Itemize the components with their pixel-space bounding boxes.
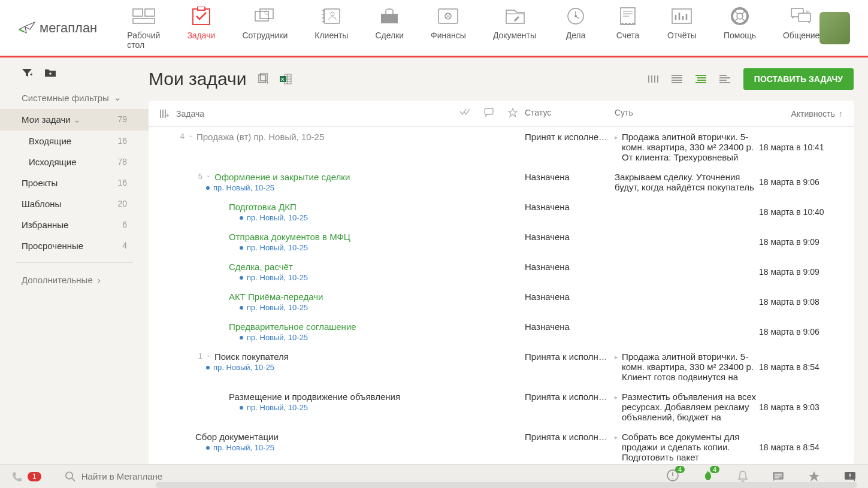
create-task-button[interactable]: ПОСТАВИТЬ ЗАДАЧУ — [743, 68, 854, 90]
alerts-button[interactable]: 4 — [667, 469, 679, 484]
bell-icon[interactable] — [737, 471, 748, 483]
col-essence-label[interactable]: Суть — [615, 108, 759, 119]
task-activity: 18 марта в 9:08 — [759, 292, 843, 312]
view-list-icon[interactable] — [672, 74, 682, 84]
sidebar-item-1[interactable]: Входящие16 — [0, 131, 149, 151]
task-essence — [615, 322, 759, 342]
nav-todo[interactable]: Дела — [563, 7, 588, 50]
filter-icon[interactable]: + — [22, 68, 32, 78]
view-group-icon[interactable] — [719, 74, 730, 84]
svg-rect-4 — [198, 7, 205, 10]
sidebar-item-3[interactable]: Проекты16 — [0, 172, 149, 193]
copy-icon[interactable]: + — [257, 73, 269, 85]
task-row[interactable]: Предварительное соглашение пр. Новый, 10… — [149, 317, 854, 347]
nav-help[interactable]: Помощь — [724, 7, 756, 50]
task-tag[interactable]: пр. Новый, 10-25 — [159, 213, 453, 222]
expand-icon[interactable]: ▸ — [615, 134, 618, 162]
task-activity: 18 марта в 8:54 — [759, 432, 843, 462]
folder-add-icon[interactable] — [44, 68, 56, 78]
avatar[interactable] — [819, 12, 850, 44]
task-tag[interactable]: пр. Новый, 10-25 — [159, 183, 453, 192]
task-row[interactable]: Отправка документов в МФЦ пр. Новый, 10-… — [149, 227, 854, 257]
nav-label: Дела — [566, 31, 586, 40]
col-status-label[interactable]: Статус — [525, 108, 615, 119]
logo[interactable]: мегаплан — [18, 20, 97, 36]
phone-badge[interactable]: 1 — [28, 472, 41, 481]
nav-reports[interactable]: Отчёты — [667, 7, 697, 50]
excel-icon[interactable]: X — [280, 73, 292, 85]
nav-invoices[interactable]: Счета — [615, 7, 640, 50]
task-tag[interactable]: пр. Новый, 10-25 — [159, 273, 453, 282]
task-status: Назначена — [525, 262, 615, 282]
additional-header[interactable]: Дополнительные › — [0, 269, 149, 291]
chevron-down-icon[interactable]: ⌄ — [188, 132, 193, 138]
column-settings-icon[interactable]: + — [159, 109, 169, 119]
svg-point-14 — [574, 15, 577, 17]
task-tag[interactable]: пр. Новый, 10-25 — [159, 243, 453, 252]
sort-arrow-icon[interactable]: ↑ — [839, 109, 843, 119]
check-all-icon[interactable] — [459, 108, 470, 116]
expand-icon[interactable]: ▸ — [615, 353, 618, 382]
expand-icon[interactable]: ▸ — [615, 434, 618, 462]
announce-icon[interactable] — [844, 471, 856, 482]
col-activity-label[interactable]: Активность — [791, 109, 835, 119]
favorites-icon[interactable] — [808, 471, 820, 483]
nav-clients[interactable]: Клиенты — [314, 7, 348, 50]
nav-employees[interactable]: Сотрудники — [242, 7, 288, 50]
task-row[interactable]: Размещение и продвижение объявления пр. … — [149, 387, 854, 427]
invoices-icon — [615, 7, 640, 26]
nav-desktop[interactable]: Рабочий стол — [127, 7, 160, 50]
task-row[interactable]: Подготовка ДКП пр. Новый, 10-25 Назначен… — [149, 197, 854, 227]
sidebar-item-label: Проекты — [22, 178, 58, 188]
search-input[interactable] — [81, 471, 365, 481]
nav-label: Задачи — [187, 31, 215, 40]
svg-rect-30 — [485, 108, 493, 114]
view-columns-icon[interactable] — [648, 74, 658, 84]
task-num: 1 — [195, 351, 202, 360]
chevron-down-icon: ⌄ — [114, 92, 122, 103]
star-icon[interactable] — [508, 108, 518, 117]
nav-deals[interactable]: Сделки — [375, 7, 404, 50]
task-row[interactable]: Сбор документации пр. Новый, 10-25 Приня… — [149, 427, 854, 464]
system-filters-header[interactable]: Системные фильтры ⌄ — [0, 86, 149, 109]
comment-icon[interactable] — [484, 108, 494, 117]
task-status: Назначена — [525, 232, 615, 252]
task-row[interactable]: Сделка, расчёт пр. Новый, 10-25 Назначен… — [149, 257, 854, 287]
expand-icon[interactable]: ▸ — [615, 393, 618, 422]
phone-icon[interactable] — [12, 471, 23, 482]
nav-chat[interactable]: ыОбщение — [783, 7, 819, 50]
task-row[interactable]: 4 ⌄ Продажа (вт) пр. Новый, 10-25 Принят… — [149, 127, 854, 167]
svg-text:ы: ы — [806, 9, 809, 13]
task-row[interactable]: 5 ⌄ Оформление и закрытие сделки пр. Нов… — [149, 167, 854, 197]
messages-icon[interactable] — [772, 471, 784, 482]
hot-button[interactable]: 4 — [703, 469, 713, 484]
task-status: Назначена — [525, 202, 615, 222]
sidebar-item-2[interactable]: Исходящие78 — [0, 151, 149, 172]
svg-text:+: + — [166, 112, 169, 119]
nav-documents[interactable]: Документы — [493, 7, 536, 50]
task-title: АКТ Приёма-передачи — [229, 292, 323, 302]
task-essence — [615, 262, 759, 282]
task-tag[interactable]: пр. Новый, 10-25 — [159, 443, 453, 452]
nav-label: Счета — [616, 31, 640, 40]
sidebar-item-0[interactable]: Мои задачи ⌄79 — [0, 109, 149, 131]
task-tag[interactable]: пр. Новый, 10-25 — [159, 303, 453, 312]
sidebar-item-6[interactable]: Просроченные4 — [0, 235, 149, 256]
search-box[interactable] — [65, 471, 365, 482]
task-tag[interactable]: пр. Новый, 10-25 — [159, 403, 453, 412]
task-tag[interactable]: пр. Новый, 10-25 — [159, 363, 453, 372]
reports-icon — [669, 7, 694, 26]
task-row[interactable]: 1 ⌄ Поиск покупателя пр. Новый, 10-25 Пр… — [149, 347, 854, 387]
chevron-down-icon[interactable]: ⌄ — [206, 172, 211, 178]
nav-finances[interactable]: Финансы — [431, 7, 466, 50]
sidebar-item-5[interactable]: Избранные6 — [0, 214, 149, 235]
col-task-label[interactable]: Задача — [176, 109, 204, 119]
chevron-down-icon[interactable]: ⌄ — [206, 351, 211, 358]
sidebar-item-4[interactable]: Шаблоны20 — [0, 193, 149, 214]
sidebar-item-label: Просроченные — [22, 241, 83, 251]
view-hierarchy-icon[interactable] — [695, 74, 706, 84]
nav-tasks[interactable]: Задачи — [187, 7, 215, 50]
task-tag[interactable]: пр. Новый, 10-25 — [159, 333, 453, 342]
help-icon — [727, 7, 752, 26]
task-row[interactable]: АКТ Приёма-передачи пр. Новый, 10-25 Наз… — [149, 287, 854, 317]
